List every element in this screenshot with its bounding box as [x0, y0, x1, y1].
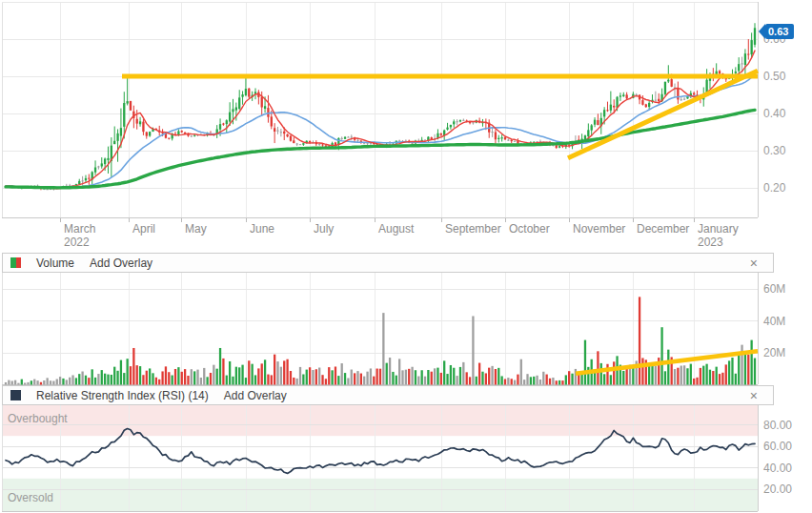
rsi-axis-label: 20.00: [763, 482, 792, 496]
overbought-label: Overbought: [8, 412, 68, 425]
price-axis-label: 0.30: [763, 144, 785, 157]
rsi-legend-icon: [10, 390, 21, 400]
month-label: January2023: [698, 222, 739, 249]
volume-add-overlay-link[interactable]: Add Overlay: [90, 256, 152, 270]
month-label: April: [132, 222, 155, 236]
rsi-add-overlay-link[interactable]: Add Overlay: [224, 389, 287, 402]
month-label: October: [509, 222, 550, 236]
month-label: June: [250, 222, 274, 236]
rsi-axis-label: 40.00: [763, 462, 792, 475]
price-axis-label: 0.50: [763, 70, 785, 83]
month-label: July: [314, 222, 334, 236]
rsi-panel-title: Relative Strength Index (RSI) (14): [36, 389, 209, 402]
last-price-value: 0.63: [768, 26, 788, 37]
month-label: May: [185, 222, 207, 236]
month-label: March2022: [64, 222, 95, 249]
oversold-label: Oversold: [8, 491, 53, 504]
volume-axis-label: 40M: [763, 315, 785, 328]
volume-axis-label: 20M: [763, 346, 785, 359]
stockcharts-workbench: March2022AprilMayJuneJulyAugustSeptember…: [0, 0, 812, 513]
volume-axis-label: 60M: [763, 282, 785, 296]
rsi-axis-label: 80.00: [763, 419, 792, 432]
month-label: November: [573, 222, 625, 236]
price-axis-label: 0.20: [763, 181, 785, 195]
volume-legend-icon: [10, 257, 21, 268]
rsi-panel-close-button[interactable]: ×: [750, 389, 758, 402]
month-label: December: [637, 222, 689, 236]
volume-panel-header: Volume Add Overlay ×: [2, 253, 774, 273]
rsi-axis-label: 60.00: [763, 440, 792, 453]
rsi-panel-header: Relative Strength Index (RSI) (14) Add O…: [2, 385, 774, 405]
price-axis-label: 0.40: [763, 107, 785, 120]
month-label: September: [445, 222, 501, 236]
volume-panel-close-button[interactable]: ×: [750, 256, 758, 270]
last-price-tag: 0.63: [765, 24, 794, 39]
volume-panel-title: Volume: [36, 256, 74, 270]
month-label: August: [378, 222, 414, 236]
